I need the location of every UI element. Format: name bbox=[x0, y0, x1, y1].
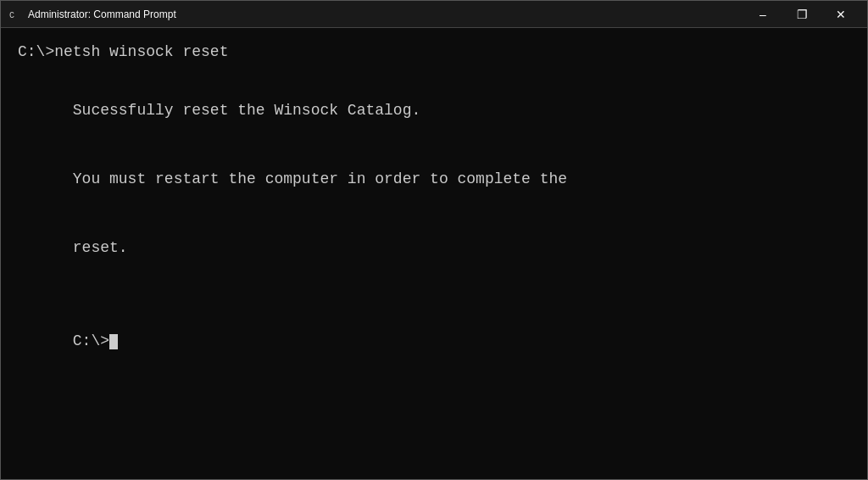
command-line: C:\>netsh winsock reset bbox=[18, 42, 850, 63]
output-line-2: You must restart the computer in order t… bbox=[73, 170, 567, 187]
minimize-button[interactable]: – bbox=[743, 1, 782, 28]
prompt-text: C:\> bbox=[73, 332, 109, 349]
cursor bbox=[109, 334, 118, 349]
output-line-1: Sucessfully reset the Winsock Catalog. bbox=[73, 102, 420, 119]
title-bar-controls: – ❐ ✕ bbox=[743, 1, 860, 28]
prompt-line: C:\> bbox=[18, 310, 850, 374]
maximize-button[interactable]: ❐ bbox=[782, 1, 821, 28]
cmd-icon: C bbox=[8, 8, 21, 21]
svg-text:C: C bbox=[9, 11, 14, 20]
window: C Administrator: Command Prompt – ❐ ✕ C:… bbox=[0, 0, 868, 480]
window-title: Administrator: Command Prompt bbox=[28, 8, 176, 20]
title-bar: C Administrator: Command Prompt – ❐ ✕ bbox=[1, 1, 867, 28]
close-button[interactable]: ✕ bbox=[821, 1, 860, 28]
output-line-3: reset. bbox=[73, 239, 128, 256]
output-block: Sucessfully reset the Winsock Catalog. Y… bbox=[18, 76, 850, 282]
title-bar-left: C Administrator: Command Prompt bbox=[8, 8, 176, 21]
terminal-body[interactable]: C:\>netsh winsock reset Sucessfully rese… bbox=[1, 28, 867, 479]
